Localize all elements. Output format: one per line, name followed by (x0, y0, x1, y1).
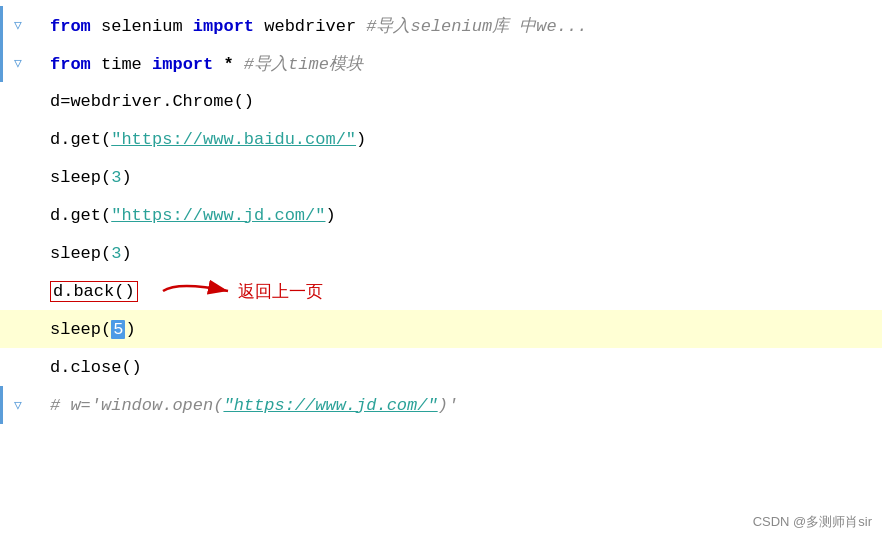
dget-2: d.get( (50, 206, 111, 225)
comment-2: #导入time模块 (244, 55, 363, 74)
line-content-1: from selenium import webdriver #导入seleni… (40, 14, 882, 37)
num-5-cursor: 5 (111, 320, 125, 339)
code-block: ▽ from selenium import webdriver #导入sele… (0, 0, 882, 430)
sleep-2: sleep( (50, 244, 111, 263)
line-content-10: d.close() (40, 358, 882, 377)
watermark: CSDN @多测师肖sir (753, 513, 872, 531)
keyword-from-2: from (50, 55, 91, 74)
collapse-arrow-11[interactable]: ▽ (11, 398, 25, 412)
code-line-8: d.back() 返回上一页 (0, 272, 882, 310)
webdriver-id: webdriver (264, 17, 356, 36)
selenium-id: selenium (101, 17, 183, 36)
back-annotation: 返回上一页 (158, 276, 323, 306)
code-line-1: ▽ from selenium import webdriver #导入sele… (0, 6, 882, 44)
num-3-2: 3 (111, 244, 121, 263)
code-line-11: ▽ # w='window.open("https://www.jd.com/"… (0, 386, 882, 424)
line-content-9: sleep(5) (40, 320, 882, 339)
collapse-arrow-1[interactable]: ▽ (11, 18, 25, 32)
dback-text: d.back() (53, 282, 135, 301)
code-line-6: d.get("https://www.jd.com/") (0, 196, 882, 234)
code-line-2: ▽ from time import * #导入time模块 (0, 44, 882, 82)
code-line-4: d.get("https://www.baidu.com/") (0, 120, 882, 158)
red-arrow-svg (158, 276, 238, 306)
paren-5: ) (125, 320, 135, 339)
keyword-from-1: from (50, 17, 91, 36)
code-line-3: d=webdriver.Chrome() (0, 82, 882, 120)
gutter-2: ▽ (0, 56, 40, 70)
line-content-5: sleep(3) (40, 168, 882, 187)
star-op: * (223, 55, 233, 74)
line-content-3: d=webdriver.Chrome() (40, 92, 882, 111)
url-jd-comment: "https://www.jd.com/" (223, 396, 437, 415)
paren-4: ) (121, 244, 131, 263)
gutter-11: ▽ (0, 398, 40, 412)
code-line-5: sleep(3) (0, 158, 882, 196)
code-line-10: d.close() (0, 348, 882, 386)
line-content-7: sleep(3) (40, 244, 882, 263)
line-content-8: d.back() (40, 281, 138, 302)
annotation-label: 返回上一页 (238, 280, 323, 303)
keyword-import-1: import (193, 17, 254, 36)
dclose: d.close() (50, 358, 142, 377)
code-line-9: sleep(5) (0, 310, 882, 348)
line-content-11: # w='window.open("https://www.jd.com/")' (40, 396, 882, 415)
time-id: time (101, 55, 152, 74)
comment-italic-2: )' (438, 396, 458, 415)
line-content-4: d.get("https://www.baidu.com/") (40, 130, 882, 149)
dback-boxed: d.back() (50, 281, 138, 302)
url-baidu[interactable]: "https://www.baidu.com/" (111, 130, 356, 149)
keyword-import-2: import (152, 55, 213, 74)
comment-italic-1: # w='window.open( (50, 396, 223, 415)
dget-1: d.get( (50, 130, 111, 149)
sleep-3: sleep( (50, 320, 111, 339)
code-line-7: sleep(3) (0, 234, 882, 272)
paren-1: ) (356, 130, 366, 149)
num-3-1: 3 (111, 168, 121, 187)
code-container: ▽ from selenium import webdriver #导入sele… (0, 0, 882, 537)
url-jd[interactable]: "https://www.jd.com/" (111, 206, 325, 225)
paren-2: ) (121, 168, 131, 187)
comment-1: #导入selenium库 中we... (366, 17, 587, 36)
sleep-1: sleep( (50, 168, 111, 187)
gutter-1: ▽ (0, 18, 40, 32)
collapse-arrow-2[interactable]: ▽ (11, 56, 25, 70)
chrome-call: d=webdriver.Chrome() (50, 92, 254, 111)
paren-3: ) (325, 206, 335, 225)
line-content-6: d.get("https://www.jd.com/") (40, 206, 882, 225)
line-content-2: from time import * #导入time模块 (40, 52, 882, 75)
